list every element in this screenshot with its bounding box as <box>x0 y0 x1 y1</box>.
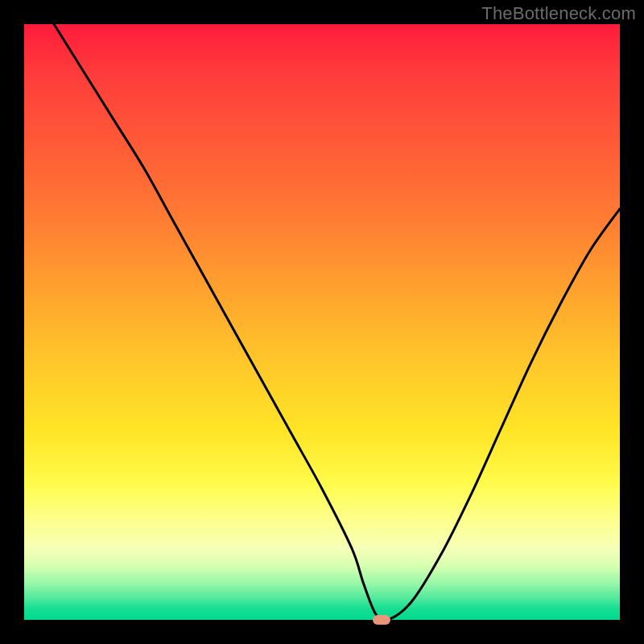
plot-area <box>24 24 620 620</box>
bottleneck-curve <box>54 24 620 620</box>
chart-container: TheBottleneck.com <box>0 0 644 644</box>
watermark-text: TheBottleneck.com <box>481 3 636 24</box>
curve-svg <box>24 24 620 620</box>
optimal-marker <box>373 615 390 625</box>
